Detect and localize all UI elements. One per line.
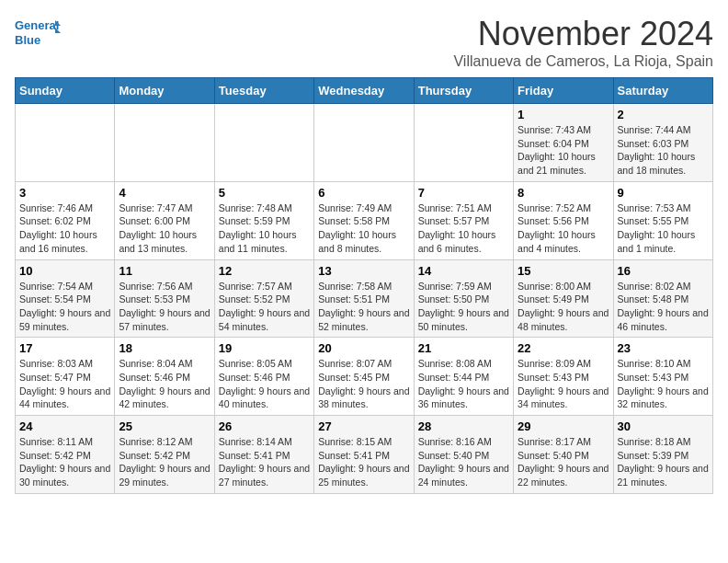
week-row-2: 3Sunrise: 7:46 AM Sunset: 6:02 PM Daylig… (16, 181, 713, 259)
day-info: Sunrise: 8:07 AM Sunset: 5:45 PM Dayligh… (318, 357, 409, 411)
day-cell: 15Sunrise: 8:00 AM Sunset: 5:49 PM Dayli… (514, 259, 613, 338)
header-thursday: Thursday (414, 78, 513, 104)
day-cell: 22Sunrise: 8:09 AM Sunset: 5:43 PM Dayli… (514, 338, 613, 416)
day-number: 16 (618, 264, 709, 278)
day-number: 14 (418, 264, 509, 278)
header-wednesday: Wednesday (314, 78, 414, 104)
day-number: 22 (518, 341, 609, 355)
day-number: 30 (618, 419, 709, 433)
day-number: 26 (219, 419, 310, 433)
day-cell: 13Sunrise: 7:58 AM Sunset: 5:51 PM Dayli… (314, 259, 414, 338)
day-info: Sunrise: 7:58 AM Sunset: 5:51 PM Dayligh… (318, 280, 409, 334)
day-number: 23 (618, 341, 709, 355)
calendar-table: SundayMondayTuesdayWednesdayThursdayFrid… (15, 77, 713, 494)
day-number: 2 (618, 108, 709, 121)
day-info: Sunrise: 7:48 AM Sunset: 5:59 PM Dayligh… (219, 201, 310, 256)
day-info: Sunrise: 7:56 AM Sunset: 5:53 PM Dayligh… (119, 280, 210, 334)
day-number: 21 (418, 341, 509, 355)
day-cell (16, 104, 115, 182)
day-number: 20 (318, 341, 409, 355)
header-tuesday: Tuesday (214, 78, 313, 104)
day-number: 27 (318, 419, 409, 433)
day-info: Sunrise: 7:46 AM Sunset: 6:02 PM Dayligh… (19, 201, 110, 256)
header-friday: Friday (514, 78, 613, 104)
day-number: 11 (119, 264, 210, 278)
day-number: 17 (19, 341, 110, 355)
day-info: Sunrise: 7:51 AM Sunset: 5:57 PM Dayligh… (418, 201, 509, 256)
day-cell: 6Sunrise: 7:49 AM Sunset: 5:58 PM Daylig… (314, 181, 414, 259)
day-number: 25 (119, 419, 210, 433)
day-number: 29 (518, 419, 609, 433)
day-cell: 2Sunrise: 7:44 AM Sunset: 6:03 PM Daylig… (613, 104, 712, 182)
day-info: Sunrise: 8:17 AM Sunset: 5:40 PM Dayligh… (518, 435, 609, 489)
header-saturday: Saturday (613, 78, 712, 104)
logo: General Blue (15, 15, 61, 53)
day-cell: 19Sunrise: 8:05 AM Sunset: 5:46 PM Dayli… (214, 338, 313, 416)
day-cell: 23Sunrise: 8:10 AM Sunset: 5:43 PM Dayli… (613, 338, 712, 416)
day-number: 6 (318, 186, 409, 200)
calendar-header-row: SundayMondayTuesdayWednesdayThursdayFrid… (16, 78, 713, 104)
page-header: General Blue November 2024 Villanueva de… (15, 15, 713, 70)
day-number: 24 (19, 419, 110, 433)
day-cell: 11Sunrise: 7:56 AM Sunset: 5:53 PM Dayli… (115, 259, 214, 338)
day-cell: 25Sunrise: 8:12 AM Sunset: 5:42 PM Dayli… (115, 416, 214, 494)
day-info: Sunrise: 7:59 AM Sunset: 5:50 PM Dayligh… (418, 280, 509, 334)
day-info: Sunrise: 8:12 AM Sunset: 5:42 PM Dayligh… (119, 435, 210, 489)
day-cell (115, 104, 214, 182)
week-row-1: 1Sunrise: 7:43 AM Sunset: 6:04 PM Daylig… (16, 104, 713, 182)
day-cell: 5Sunrise: 7:48 AM Sunset: 5:59 PM Daylig… (214, 181, 313, 259)
day-cell (314, 104, 414, 182)
day-cell: 7Sunrise: 7:51 AM Sunset: 5:57 PM Daylig… (414, 181, 513, 259)
svg-text:Blue: Blue (15, 33, 40, 47)
day-number: 5 (219, 186, 310, 200)
day-number: 7 (418, 186, 509, 200)
day-cell: 27Sunrise: 8:15 AM Sunset: 5:41 PM Dayli… (314, 416, 414, 494)
day-number: 9 (618, 186, 709, 200)
header-sunday: Sunday (16, 78, 115, 104)
day-cell: 16Sunrise: 8:02 AM Sunset: 5:48 PM Dayli… (613, 259, 712, 338)
day-cell: 14Sunrise: 7:59 AM Sunset: 5:50 PM Dayli… (414, 259, 513, 338)
day-info: Sunrise: 7:44 AM Sunset: 6:03 PM Dayligh… (618, 123, 709, 178)
day-info: Sunrise: 8:11 AM Sunset: 5:42 PM Dayligh… (19, 435, 110, 489)
day-info: Sunrise: 8:02 AM Sunset: 5:48 PM Dayligh… (618, 280, 709, 334)
day-cell: 9Sunrise: 7:53 AM Sunset: 5:55 PM Daylig… (613, 181, 712, 259)
day-cell: 29Sunrise: 8:17 AM Sunset: 5:40 PM Dayli… (514, 416, 613, 494)
week-row-3: 10Sunrise: 7:54 AM Sunset: 5:54 PM Dayli… (16, 259, 713, 338)
day-cell: 17Sunrise: 8:03 AM Sunset: 5:47 PM Dayli… (16, 338, 115, 416)
day-cell (414, 104, 513, 182)
day-info: Sunrise: 8:05 AM Sunset: 5:46 PM Dayligh… (219, 357, 310, 411)
day-number: 19 (219, 341, 310, 355)
day-cell: 1Sunrise: 7:43 AM Sunset: 6:04 PM Daylig… (514, 104, 613, 182)
day-cell: 28Sunrise: 8:16 AM Sunset: 5:40 PM Dayli… (414, 416, 513, 494)
day-cell: 24Sunrise: 8:11 AM Sunset: 5:42 PM Dayli… (16, 416, 115, 494)
day-number: 8 (518, 186, 609, 200)
week-row-4: 17Sunrise: 8:03 AM Sunset: 5:47 PM Dayli… (16, 338, 713, 416)
day-info: Sunrise: 7:49 AM Sunset: 5:58 PM Dayligh… (318, 201, 409, 256)
day-cell: 3Sunrise: 7:46 AM Sunset: 6:02 PM Daylig… (16, 181, 115, 259)
day-info: Sunrise: 8:15 AM Sunset: 5:41 PM Dayligh… (318, 435, 409, 489)
day-number: 12 (219, 264, 310, 278)
day-number: 18 (119, 341, 210, 355)
day-number: 10 (19, 264, 110, 278)
day-info: Sunrise: 8:04 AM Sunset: 5:46 PM Dayligh… (119, 357, 210, 411)
day-info: Sunrise: 8:09 AM Sunset: 5:43 PM Dayligh… (518, 357, 609, 411)
day-info: Sunrise: 7:57 AM Sunset: 5:52 PM Dayligh… (219, 280, 310, 334)
day-cell: 20Sunrise: 8:07 AM Sunset: 5:45 PM Dayli… (314, 338, 414, 416)
day-cell: 18Sunrise: 8:04 AM Sunset: 5:46 PM Dayli… (115, 338, 214, 416)
day-info: Sunrise: 8:00 AM Sunset: 5:49 PM Dayligh… (518, 280, 609, 334)
day-cell: 8Sunrise: 7:52 AM Sunset: 5:56 PM Daylig… (514, 181, 613, 259)
day-cell: 30Sunrise: 8:18 AM Sunset: 5:39 PM Dayli… (613, 416, 712, 494)
day-info: Sunrise: 7:52 AM Sunset: 5:56 PM Dayligh… (518, 201, 609, 256)
header-monday: Monday (115, 78, 214, 104)
day-number: 15 (518, 264, 609, 278)
month-title: November 2024 (453, 15, 713, 53)
week-row-5: 24Sunrise: 8:11 AM Sunset: 5:42 PM Dayli… (16, 416, 713, 494)
day-cell: 21Sunrise: 8:08 AM Sunset: 5:44 PM Dayli… (414, 338, 513, 416)
day-number: 3 (19, 186, 110, 200)
day-cell: 10Sunrise: 7:54 AM Sunset: 5:54 PM Dayli… (16, 259, 115, 338)
day-info: Sunrise: 8:10 AM Sunset: 5:43 PM Dayligh… (618, 357, 709, 411)
location-title: Villanueva de Cameros, La Rioja, Spain (453, 53, 713, 70)
day-info: Sunrise: 7:43 AM Sunset: 6:04 PM Dayligh… (518, 123, 609, 178)
day-number: 28 (418, 419, 509, 433)
day-cell: 26Sunrise: 8:14 AM Sunset: 5:41 PM Dayli… (214, 416, 313, 494)
